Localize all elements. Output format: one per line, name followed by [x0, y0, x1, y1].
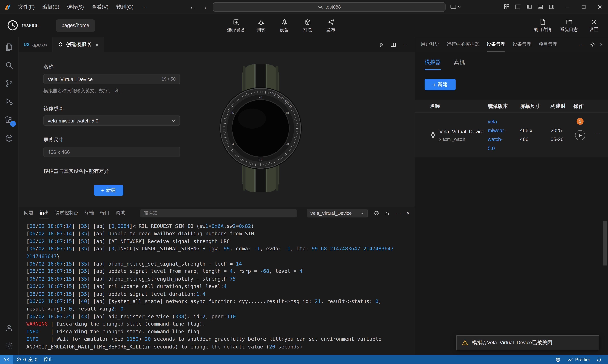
problems-indicator[interactable]: 0 0 — [13, 355, 40, 364]
log-line: [06/02 18:07:14] [35] [ap] Unable to rea… — [26, 230, 407, 237]
titlebar: 文件(F) 编辑(E) 选择(S) 查看(V) 转到(G) ··· ← → te… — [0, 0, 608, 14]
tab-create-emulator[interactable]: 创建模拟器 × — [53, 37, 104, 52]
command-center-search[interactable]: test088 — [213, 2, 446, 11]
emulator-manager-icon[interactable] — [0, 129, 18, 147]
output-source-select[interactable]: Vela_Virtual_Device — [307, 209, 368, 218]
grid-layout-icon[interactable] — [504, 4, 510, 10]
device-button[interactable]: 设备 — [277, 18, 292, 33]
new-emulator-button[interactable]: + 新建 — [425, 79, 456, 90]
page-chip[interactable]: pages/home — [56, 19, 95, 31]
system-logs-button[interactable]: 系统日志 — [560, 18, 578, 33]
col-actions: 操作 — [573, 103, 605, 109]
menu-selection[interactable]: 选择(S) — [64, 2, 87, 12]
tab-ports[interactable]: 端口 — [100, 207, 109, 219]
name-input[interactable] — [48, 76, 161, 82]
create-emulator-editor: 名称 19 / 50 模拟器名称只能输入英文、数字、-和_ 镜像版本 vela-… — [19, 52, 415, 207]
publish-label: 发布 — [326, 27, 335, 33]
name-hint: 模拟器名称只能输入英文、数字、-和_ — [43, 88, 180, 94]
menu-file[interactable]: 文件(F) — [15, 2, 38, 12]
tab-project-management[interactable]: 项目管理 — [539, 37, 557, 52]
toggle-primary-sidebar-icon[interactable] — [526, 4, 532, 10]
account-icon[interactable] — [0, 319, 18, 337]
tab-running-emulators[interactable]: 运行中的模拟器 — [447, 37, 479, 52]
dial-number: 60 — [259, 96, 262, 99]
image-version-label: 镜像版本 — [43, 105, 180, 112]
menu-edit[interactable]: 编辑(E) — [39, 2, 63, 12]
col-name: 名称 — [425, 103, 488, 109]
maximize-button[interactable] — [575, 0, 592, 14]
menu-goto[interactable]: 转到(G) — [113, 2, 137, 12]
split-editor-icon[interactable] — [390, 42, 396, 48]
search-sidebar-icon[interactable] — [0, 56, 18, 74]
publish-button[interactable]: 发布 — [323, 18, 338, 33]
output-filter-input[interactable] — [144, 210, 293, 216]
tab-close-icon[interactable]: × — [95, 42, 98, 48]
select-device-button[interactable]: 选择设备 — [227, 18, 245, 33]
start-emulator-button[interactable] — [575, 130, 585, 140]
source-control-icon[interactable] — [0, 74, 18, 92]
project-details-button[interactable]: 项目详情 — [534, 18, 552, 33]
tab-device-management-2[interactable]: 设备管理 — [513, 37, 531, 52]
explorer-icon[interactable] — [0, 38, 18, 56]
image-version-value: vela-miwear-watch-5.0 — [48, 117, 98, 123]
split-columns-icon[interactable] — [515, 4, 521, 10]
notification-toast[interactable]: 模拟器Vela_Virtual_Device已被关闭 — [456, 335, 599, 350]
warning-icon — [28, 357, 33, 362]
tab-app-ux[interactable]: UX app.ux — [19, 37, 53, 52]
editor-actions: ··· — [372, 37, 415, 52]
emulator-row[interactable]: Vela_Virtual_Device xiaomi_watch vela-mi… — [415, 113, 608, 157]
emulator-screen-cell: 466 x 466 — [520, 126, 551, 144]
close-window-button[interactable] — [592, 0, 608, 14]
back-icon[interactable]: ← — [189, 3, 196, 10]
settings-button[interactable]: 设置 — [586, 18, 601, 33]
stop-label: 停止 — [43, 356, 53, 363]
image-version-select[interactable]: vela-miwear-watch-5.0 — [43, 116, 180, 126]
ux-file-icon: UX — [24, 42, 29, 47]
tab-device-management[interactable]: 设备管理 — [487, 37, 505, 52]
editor-tabs: UX app.ux 创建模拟器 × ··· — [19, 37, 415, 52]
tab-problems[interactable]: 问题 — [24, 207, 33, 219]
run-preview-icon[interactable] — [378, 42, 384, 48]
row-more-icon[interactable]: ··· — [595, 130, 601, 136]
tab-terminal[interactable]: 终端 — [85, 207, 94, 219]
lock-scroll-icon[interactable] — [384, 211, 390, 216]
menu-view[interactable]: 查看(V) — [88, 2, 112, 12]
panel-close-icon[interactable]: × — [407, 210, 410, 216]
toggle-panel-icon[interactable] — [537, 4, 543, 10]
editor-more-icon[interactable]: ··· — [402, 42, 409, 48]
remote-indicator[interactable] — [0, 355, 13, 364]
panel-close-icon[interactable]: × — [600, 42, 603, 47]
run-debug-icon[interactable] — [0, 92, 18, 111]
prettier-status[interactable]: Prettier — [564, 355, 593, 364]
minimize-button[interactable] — [559, 0, 575, 14]
tab-user-guide[interactable]: 用户引导 — [421, 37, 439, 52]
emulator-build-cell: 2025-05-26 — [551, 126, 573, 144]
device-manager-body: 模拟器 真机 + 新建 名称 镜像版本 屏幕尺寸 构建时 操作 — [415, 52, 608, 355]
panel-gear-icon[interactable] — [589, 42, 595, 48]
create-emulator-form: 名称 19 / 50 模拟器名称只能输入英文、数字、-和_ 镜像版本 vela-… — [43, 64, 180, 196]
panel-tabs-more-icon[interactable]: ··· — [579, 42, 585, 48]
panel-more-icon[interactable]: ··· — [395, 210, 401, 216]
screen-size-input[interactable]: 466 x 466 — [43, 147, 180, 157]
toggle-secondary-sidebar-icon[interactable] — [549, 4, 555, 10]
tab-debug-console[interactable]: 调试控制台 — [55, 207, 78, 219]
emulator-image-version[interactable]: vela-miwear-watch-5.0 — [488, 117, 510, 153]
tab-debug[interactable]: 调试 — [116, 207, 125, 219]
subtab-real-device[interactable]: 真机 — [454, 59, 465, 70]
forward-icon[interactable]: → — [201, 3, 208, 10]
feedback-globe-icon[interactable] — [552, 355, 564, 364]
package-icon — [304, 18, 311, 26]
clear-output-icon[interactable] — [374, 210, 379, 216]
subtab-emulator[interactable]: 模拟器 — [425, 59, 441, 70]
create-emulator-button[interactable]: + 新建 — [94, 185, 123, 196]
debug-button[interactable]: 调试 — [254, 18, 268, 33]
manage-gear-icon[interactable] — [0, 337, 18, 355]
stop-button[interactable]: 停止 — [40, 355, 56, 364]
extensions-icon[interactable]: 1 — [0, 111, 18, 129]
remote-window-icon[interactable] — [450, 4, 461, 10]
activity-bar: 1 — [0, 37, 19, 355]
menu-more-icon[interactable]: ··· — [138, 2, 151, 11]
notifications-bell-icon[interactable] — [593, 355, 605, 364]
tab-output[interactable]: 输出 — [40, 207, 49, 219]
package-button[interactable]: 打包 — [300, 18, 315, 33]
